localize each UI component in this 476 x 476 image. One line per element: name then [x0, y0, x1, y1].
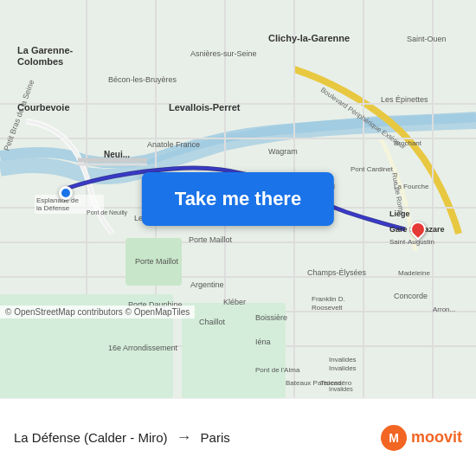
arrow-icon: → — [177, 428, 192, 447]
svg-text:Madeleine: Madeleine — [398, 269, 430, 277]
to-label: Paris — [201, 430, 230, 445]
svg-text:Franklin D.: Franklin D. — [312, 295, 345, 303]
bottom-bar: La Défense (Calder - Miro) → Paris M moo… — [0, 398, 476, 476]
svg-text:Wagram: Wagram — [268, 147, 298, 156]
svg-text:Pont de l'Alma: Pont de l'Alma — [255, 366, 300, 374]
svg-text:Arron...: Arron... — [433, 306, 455, 313]
svg-text:Neui...: Neui... — [104, 150, 130, 159]
map-copyright: © OpenStreetMap contributors © OpenMapTi… — [0, 306, 195, 318]
svg-text:La Garenne-: La Garenne- — [17, 45, 74, 55]
from-label: La Défense (Calder - Miro) — [14, 430, 168, 445]
svg-text:Colombes: Colombes — [17, 56, 63, 67]
moovit-icon: M — [380, 424, 408, 452]
svg-text:Pont de Neuilly: Pont de Neuilly — [87, 209, 128, 216]
button-overlay: Take me there — [142, 172, 334, 226]
svg-text:Roosevelt: Roosevelt — [312, 304, 343, 312]
svg-text:Boissière: Boissière — [255, 313, 287, 322]
svg-text:Kléber: Kléber — [223, 298, 246, 306]
route-info: La Défense (Calder - Miro) → Paris — [14, 428, 380, 447]
svg-text:Chaillot: Chaillot — [199, 318, 226, 326]
svg-rect-23 — [247, 48, 351, 63]
svg-text:Iéna: Iéna — [255, 338, 271, 346]
svg-text:Porte Maillot: Porte Maillot — [189, 235, 233, 244]
svg-text:Esplanade de: Esplanade de — [36, 196, 79, 204]
svg-text:Concorde: Concorde — [394, 292, 428, 300]
moovit-text: moovit — [411, 428, 462, 447]
svg-text:Clichy-la-Garenne: Clichy-la-Garenne — [268, 33, 350, 43]
svg-text:Levallois-Perret: Levallois-Perret — [169, 102, 241, 113]
svg-text:Pont Cardinet: Pont Cardinet — [351, 165, 394, 173]
svg-text:Les Épinettes: Les Épinettes — [381, 95, 428, 104]
svg-text:Invalides: Invalides — [329, 386, 353, 392]
svg-text:Saint-Ouen: Saint-Ouen — [407, 35, 447, 43]
svg-text:16e Arrondissement: 16e Arrondissement — [108, 344, 178, 352]
svg-text:M: M — [389, 431, 399, 445]
svg-text:Invalides: Invalides — [329, 364, 357, 372]
start-location-dot — [59, 186, 73, 200]
svg-text:Anatole France: Anatole France — [147, 140, 200, 149]
svg-text:Bécon-les-Bruyères: Bécon-les-Bruyères — [108, 75, 177, 84]
svg-text:Champs-Élysées: Champs-Élysées — [307, 268, 367, 277]
end-location-pin — [410, 222, 426, 237]
moovit-logo: M moovit — [380, 424, 462, 452]
svg-text:Invalides: Invalides — [329, 356, 357, 363]
svg-text:Porte Maillot: Porte Maillot — [135, 257, 179, 266]
svg-text:Saint-Augustin: Saint-Augustin — [389, 238, 434, 246]
take-me-there-button[interactable]: Take me there — [142, 172, 334, 226]
svg-text:Asnières-sur-Seine: Asnières-sur-Seine — [190, 49, 257, 58]
map-container: La Garenne- Colombes Bécon-les-Bruyères … — [0, 0, 476, 398]
svg-text:la Défense: la Défense — [36, 204, 70, 212]
svg-text:Argentine: Argentine — [190, 280, 224, 289]
